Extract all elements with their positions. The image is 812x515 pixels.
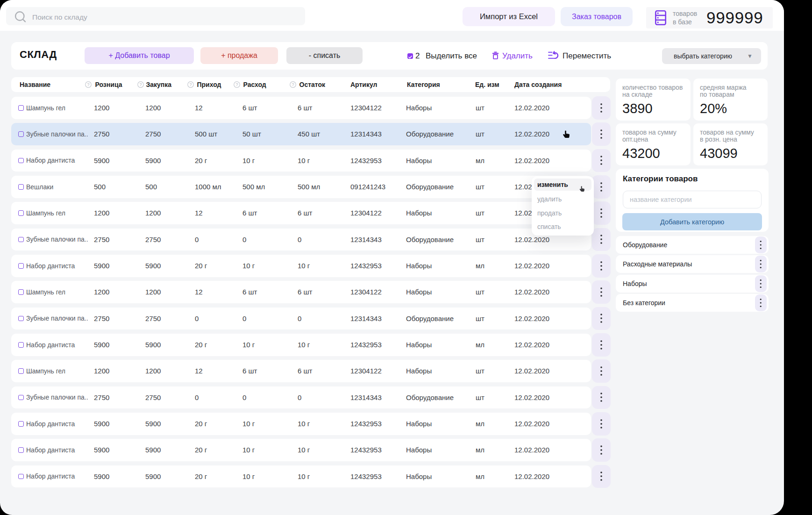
svg-text:?: ? <box>87 82 89 87</box>
svg-text:?: ? <box>235 82 238 87</box>
svg-text:?: ? <box>292 82 294 87</box>
svg-text:?: ? <box>139 82 142 87</box>
svg-text:?: ? <box>189 82 192 87</box>
